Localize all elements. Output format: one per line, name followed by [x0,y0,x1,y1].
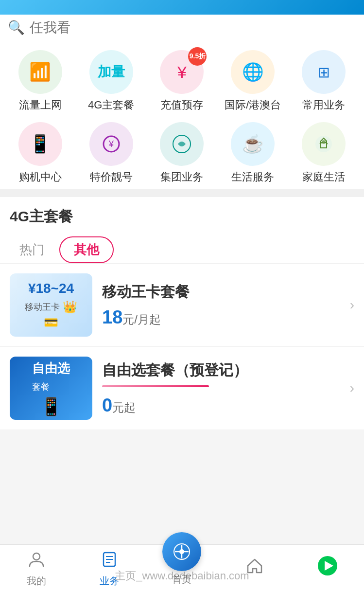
price-unit-1: 元/月 [122,313,149,326]
nav-item-home[interactable] [218,557,291,581]
jituan-icon [160,122,204,166]
package-price-1: 18元/月起 [102,307,345,328]
jituan-label: 集团业务 [160,170,203,184]
nav-item-video[interactable] [291,555,364,583]
price-number-1: 18 [102,307,122,327]
package-price-2: 0元起 [102,395,345,416]
section-4g: 4G主套餐 热门 其他 ¥18~24 移动王卡 👑 💳 移动王卡套餐 18元/月… [0,197,364,430]
search-icon: 🔍 [8,19,25,36]
goujizx-icon: 📱 [18,122,62,166]
section-4g-title: 4G主套餐 [0,197,364,232]
grid-item-jiating[interactable]: 家庭生活 [288,122,359,184]
tejia-icon: ¥ [89,122,133,166]
svg-point-5 [33,553,40,560]
jiating-icon [302,122,346,166]
package-card-2[interactable]: 自由选 套餐 📱 自由选套餐（预登记） 0元起 › [0,347,364,430]
nav-item-shouye[interactable]: 首页 [146,532,219,586]
shouye-center-icon [162,532,201,571]
video-nav-icon [317,555,338,581]
grid-item-goujizx[interactable]: 📱 购机中心 [5,122,76,184]
pkg1-card-label: 移动王卡 [25,301,60,313]
price-after-1: 起 [149,313,161,326]
grid-item-chongzhi[interactable]: ¥ 9.5折 充值预存 [147,50,218,112]
discount-badge: 9.5折 [188,47,207,66]
wode-label: 我的 [27,575,46,588]
package-card-1[interactable]: ¥18~24 移动王卡 👑 💳 移动王卡套餐 18元/月起 › [0,264,364,347]
tab-hot[interactable]: 热门 [10,236,54,263]
shenghuo-label: 生活服务 [231,170,274,184]
grid-item-jialing[interactable]: 加量 4G主套餐 [76,50,147,112]
chongzhi-icon: ¥ 9.5折 [160,50,204,94]
jiating-label: 家庭生活 [302,170,345,184]
grid-item-changyong[interactable]: ⊞ 常用业务 [288,50,359,112]
home-icon [246,557,263,579]
grid-item-tejia[interactable]: ¥ 特价靓号 [76,122,147,184]
package-info-1: 移动王卡套餐 18元/月起 [102,282,345,328]
search-bar[interactable]: 🔍 [0,15,364,40]
guoji-icon: 🌐 [231,50,275,94]
yewu-icon [101,551,118,573]
search-input[interactable] [30,20,356,36]
shenghuo-icon: ☕ [231,122,275,166]
jialing-icon: 加量 [89,50,133,94]
goujizx-label: 购机中心 [19,170,62,184]
chongzhi-label: 充值预存 [160,98,203,112]
pkg1-crown-icon: 👑 [63,300,77,314]
wode-icon [28,551,45,573]
changyong-icon: ⊞ [302,50,346,94]
price-number-2: 0 [102,395,112,415]
changyong-label: 常用业务 [302,98,345,112]
liuliang-icon: 📶 [18,50,62,94]
nav-item-wode[interactable]: 我的 [0,551,73,588]
service-grid: 📶 流量上网 加量 4G主套餐 ¥ 9.5折 充值预存 🌐 国际/港澳台 ⊞ 常… [0,40,364,189]
grid-item-guoji[interactable]: 🌐 国际/港澳台 [217,50,288,112]
package-tabs: 热门 其他 [0,232,364,264]
shouye-label: 首页 [172,573,191,586]
package-underline [102,385,209,387]
pkg1-price-range: ¥18~24 [25,281,77,296]
pkg2-bg-sub: 套餐 [32,381,50,393]
grid-item-jituan[interactable]: 集团业务 [147,122,218,184]
grid-item-liuliang[interactable]: 📶 流量上网 [5,50,76,112]
package-info-2: 自由选套餐（预登记） 0元起 [102,360,345,416]
section-divider [0,189,364,197]
tejia-label: 特价靓号 [90,170,133,184]
tab-other[interactable]: 其他 [59,236,114,263]
jialing-label: 4G主套餐 [88,98,134,112]
package-image-2: 自由选 套餐 📱 [10,357,92,420]
pkg1-card-icon: 💳 [25,316,77,329]
grid-item-shenghuo[interactable]: ☕ 生活服务 [217,122,288,184]
chevron-icon-2: › [350,380,354,396]
price-after-2: 起 [124,401,136,414]
package-image-1: ¥18~24 移动王卡 👑 💳 [10,273,92,337]
nav-item-yewu[interactable]: 业务 [73,551,146,588]
package-name-2: 自由选套餐（预登记） [102,360,345,380]
liuliang-label: 流量上网 [19,98,62,112]
guoji-label: 国际/港澳台 [225,98,281,112]
pkg2-bg-title: 自由选 [32,360,70,377]
package-name-1: 移动王卡套餐 [102,282,345,302]
svg-point-11 [179,549,184,554]
bottom-navigation: 我的 业务 首页 [0,544,364,593]
svg-text:¥: ¥ [108,139,114,149]
chevron-icon-1: › [350,297,354,313]
top-status-bar [0,0,364,15]
yewu-label: 业务 [100,575,119,588]
price-unit-2: 元 [112,401,124,414]
pkg2-phone-icon: 📱 [32,396,70,417]
